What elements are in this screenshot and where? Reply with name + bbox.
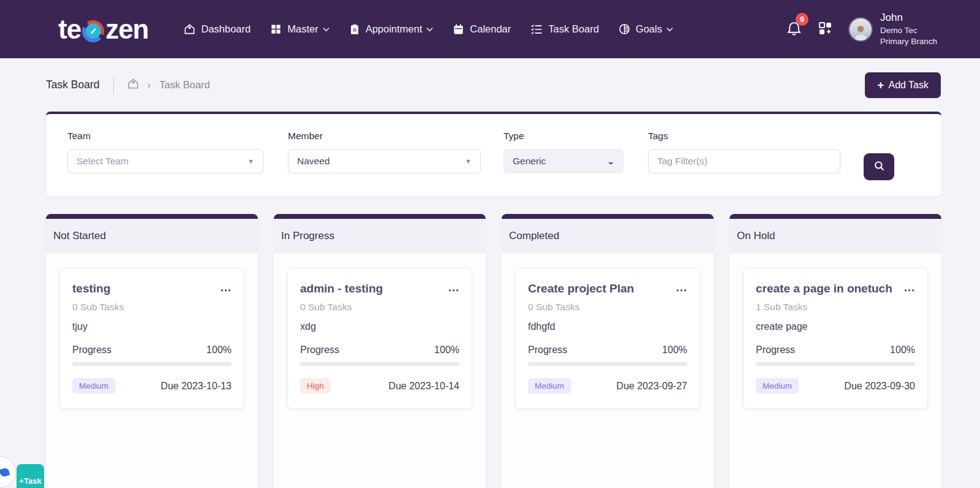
type-label: Type	[503, 131, 624, 142]
column-accent-bar	[502, 214, 714, 219]
team-placeholder: Select Team	[77, 156, 129, 167]
progress-label: Progress	[528, 345, 567, 356]
task-title: create a page in onetuch	[756, 282, 892, 295]
member-select[interactable]: Naveed ▼	[288, 149, 481, 173]
add-task-label: Add Task	[888, 80, 929, 91]
card-menu-dots-icon[interactable]: ...	[673, 282, 687, 293]
type-value: Generic	[513, 156, 546, 167]
team-filter: Team Select Team ▼	[67, 131, 263, 173]
priority-badge: Medium	[72, 378, 115, 394]
task-card[interactable]: create a page in onetuch ... 1 Sub Tasks…	[743, 268, 928, 409]
task-title: admin - testing	[300, 282, 383, 295]
board-column-completed: Completed Create project Plan ... 0 Sub …	[502, 214, 714, 488]
nav-label: Dashboard	[201, 23, 251, 35]
team-select[interactable]: Select Team ▼	[67, 149, 263, 173]
notifications-button[interactable]: 9	[786, 18, 802, 40]
navbar-right: 9 John Demo Tec Primary Branch	[786, 11, 937, 47]
member-value: Naveed	[297, 156, 330, 167]
progress-value: 100%	[206, 345, 232, 356]
progress-label: Progress	[300, 345, 339, 356]
page-header: Task Board › Task Board + Add Task	[0, 58, 980, 112]
column-accent-bar	[729, 214, 941, 219]
task-card[interactable]: admin - testing ... 0 Sub Tasks xdg Prog…	[287, 268, 472, 409]
tags-label: Tags	[648, 131, 840, 142]
task-board: Not Started testing ... 0 Sub Tasks tjuy…	[46, 214, 941, 488]
progress-label: Progress	[72, 345, 111, 356]
column-body: create a page in onetuch ... 1 Sub Tasks…	[729, 253, 941, 488]
nav-item-appointment[interactable]: Appointment	[349, 23, 434, 35]
nav-label: Task Board	[548, 23, 599, 35]
chat-widget-icon	[0, 467, 10, 477]
nav-item-master[interactable]: Master	[270, 23, 329, 35]
chevron-down-icon	[666, 27, 673, 32]
calendar-icon	[453, 23, 464, 35]
top-navbar: te ✓ zen Dashboard Master Appointment	[0, 0, 980, 58]
page-title: Task Board	[46, 78, 100, 91]
checklist-icon	[530, 24, 543, 35]
task-card[interactable]: Create project Plan ... 0 Sub Tasks fdhg…	[515, 268, 700, 409]
breadcrumb: › Task Board	[127, 78, 210, 92]
type-filter: Type Generic ⌄	[503, 131, 624, 173]
board-column-on-hold: On Hold create a page in onetuch ... 1 S…	[729, 214, 941, 488]
card-menu-dots-icon[interactable]: ...	[217, 282, 232, 293]
due-date: Due 2023-10-14	[388, 381, 459, 392]
priority-badge: Medium	[756, 378, 799, 394]
home-breadcrumb-icon[interactable]	[127, 78, 139, 92]
nav-label: Appointment	[366, 23, 423, 35]
column-header: On Hold	[729, 219, 941, 253]
task-description: create page	[756, 321, 915, 332]
user-menu[interactable]: John Demo Tec Primary Branch	[848, 11, 937, 47]
bell-icon	[786, 29, 802, 39]
progress-value: 100%	[434, 345, 459, 356]
nav-item-calendar[interactable]: Calendar	[453, 23, 511, 35]
logo-text-prefix: te	[58, 14, 81, 45]
plus-icon: +	[19, 476, 24, 486]
apps-shortcut-button[interactable]	[818, 21, 832, 38]
nav-label: Calendar	[470, 23, 511, 35]
breadcrumb-current[interactable]: Task Board	[159, 79, 210, 91]
breadcrumb-separator: ›	[148, 79, 151, 91]
column-accent-bar	[46, 214, 258, 219]
search-button[interactable]	[864, 153, 894, 180]
caret-down-icon: ▼	[465, 158, 472, 165]
priority-badge: Medium	[528, 378, 571, 394]
tags-input[interactable]	[648, 149, 840, 173]
due-date: Due 2023-10-13	[160, 381, 232, 392]
priority-badge: High	[300, 378, 331, 394]
subtask-count: 0 Sub Tasks	[300, 302, 459, 313]
tags-filter: Tags	[648, 131, 840, 173]
progress-bar	[300, 362, 459, 366]
user-name: John	[880, 11, 937, 25]
task-description: tjuy	[72, 321, 232, 332]
chat-widget[interactable]	[0, 456, 16, 488]
notification-count-badge: 9	[796, 13, 809, 26]
brand-logo[interactable]: te ✓ zen	[58, 14, 148, 45]
subtask-count: 0 Sub Tasks	[72, 302, 232, 313]
progress-bar	[72, 362, 232, 366]
chevron-down-icon: ⌄	[607, 156, 614, 166]
user-org: Demo Tec	[880, 25, 937, 36]
column-header: Not Started	[46, 219, 258, 253]
column-body: Create project Plan ... 0 Sub Tasks fdhg…	[502, 253, 714, 488]
type-select[interactable]: Generic ⌄	[503, 149, 624, 173]
logo-text-suffix: zen	[105, 14, 148, 45]
card-menu-dots-icon[interactable]: ...	[900, 282, 915, 293]
column-title: On Hold	[737, 230, 775, 242]
add-task-button[interactable]: + Add Task	[865, 72, 941, 98]
floating-add-task-button[interactable]: +Task	[17, 464, 44, 488]
subtask-count: 0 Sub Tasks	[528, 302, 687, 313]
chevron-down-icon	[323, 27, 330, 32]
nav-item-task-board[interactable]: Task Board	[530, 23, 599, 35]
column-title: Completed	[509, 230, 559, 242]
due-date: Due 2023-09-30	[844, 381, 915, 392]
progress-value: 100%	[890, 345, 915, 356]
user-branch: Primary Branch	[880, 36, 937, 47]
column-header: Completed	[502, 219, 714, 253]
task-card[interactable]: testing ... 0 Sub Tasks tjuy Progress 10…	[59, 268, 244, 409]
nav-item-dashboard[interactable]: Dashboard	[184, 23, 251, 35]
apps-plus-icon	[818, 27, 832, 37]
nav-item-goals[interactable]: Goals	[619, 23, 673, 35]
task-description: fdhgfd	[528, 321, 687, 332]
card-menu-dots-icon[interactable]: ...	[445, 282, 459, 293]
column-header: In Progress	[274, 219, 486, 253]
